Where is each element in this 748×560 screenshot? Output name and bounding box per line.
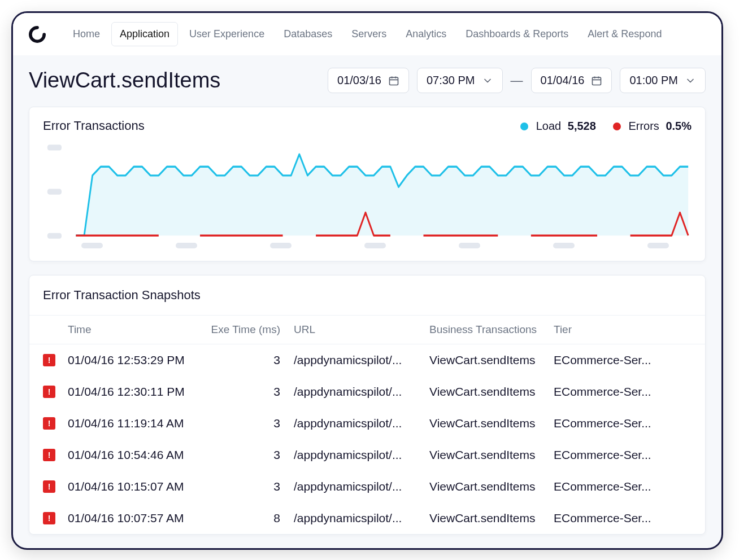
col-bt[interactable]: Business Transactions <box>429 323 554 336</box>
table-row[interactable]: !01/04/16 10:07:57 AM8/appdynamicspilot/… <box>29 502 705 534</box>
error-icon: ! <box>43 417 55 430</box>
cell-bt: ViewCart.sendItems <box>429 417 554 430</box>
cell-url: /appdynamicspilot/... <box>294 353 429 367</box>
legend-load-dot-icon <box>520 123 528 130</box>
cell-bt: ViewCart.sendItems <box>429 385 554 399</box>
legend-errors: Errors 0.5% <box>613 120 692 133</box>
nav-tab-user-experience[interactable]: User Experience <box>181 23 272 46</box>
svg-rect-9 <box>47 189 62 194</box>
cell-time: 01/04/16 11:19:14 AM <box>68 417 209 430</box>
cell-bt: ViewCart.sendItems <box>429 448 554 462</box>
table-row[interactable]: !01/04/16 10:54:46 AM3/appdynamicspilot/… <box>29 439 705 471</box>
cell-tier: ECommerce-Ser... <box>554 480 692 493</box>
page-title: ViewCart.sendItems <box>29 68 220 93</box>
error-transactions-card: Error Transactions Load 5,528 Errors 0.5… <box>29 107 706 261</box>
end-date-picker[interactable]: 01/04/16 <box>531 68 612 93</box>
cell-time: 01/04/16 10:15:07 AM <box>68 480 209 493</box>
cell-time: 01/04/16 12:53:29 PM <box>68 353 209 367</box>
cell-tier: ECommerce-Ser... <box>554 417 692 430</box>
end-date-value: 01/04/16 <box>541 74 585 87</box>
svg-rect-10 <box>47 145 62 150</box>
snapshots-table-header: Time Exe Time (ms) URL Business Transact… <box>29 315 705 344</box>
start-time-picker[interactable]: 07:30 PM <box>417 68 503 93</box>
legend-load-label: Load <box>536 120 562 132</box>
chart-area <box>29 138 705 261</box>
table-row[interactable]: !01/04/16 12:53:29 PM3/appdynamicspilot/… <box>29 344 705 376</box>
snapshots-title: Error Transaction Snapshots <box>43 288 201 303</box>
cell-bt: ViewCart.sendItems <box>429 480 554 493</box>
start-date-picker[interactable]: 01/03/16 <box>328 68 409 93</box>
cell-url: /appdynamicspilot/... <box>294 385 429 399</box>
page-header: ViewCart.sendItems 01/03/16 07:30 PM — 0… <box>29 68 706 93</box>
cell-bt: ViewCart.sendItems <box>429 353 554 367</box>
nav-tab-dashboards-reports[interactable]: Dashboards & Reports <box>458 23 576 46</box>
range-separator: — <box>511 73 523 88</box>
error-icon: ! <box>43 386 55 398</box>
error-icon: ! <box>43 480 55 493</box>
nav-tab-application[interactable]: Application <box>111 22 178 46</box>
svg-rect-4 <box>593 77 601 85</box>
cell-url: /appdynamicspilot/... <box>294 480 429 493</box>
app-frame: HomeApplicationUser ExperienceDatabasesS… <box>11 11 723 550</box>
snapshots-card: Error Transaction Snapshots Time Exe Tim… <box>29 275 706 535</box>
error-icon: ! <box>43 512 55 524</box>
table-row[interactable]: !01/04/16 12:30:11 PM3/appdynamicspilot/… <box>29 376 705 408</box>
calendar-icon <box>388 75 399 86</box>
chevron-down-icon <box>685 75 696 86</box>
cell-time: 01/04/16 12:30:11 PM <box>68 385 209 399</box>
cell-time: 01/04/16 10:07:57 AM <box>68 511 209 525</box>
col-tier[interactable]: Tier <box>554 323 692 336</box>
error-transactions-chart <box>43 143 692 239</box>
cell-bt: ViewCart.sendItems <box>429 511 554 525</box>
col-time[interactable]: Time <box>68 323 209 336</box>
cell-url: /appdynamicspilot/... <box>294 511 429 525</box>
cell-exe: 3 <box>209 353 294 367</box>
svg-rect-8 <box>47 233 62 239</box>
cell-exe: 3 <box>209 385 294 399</box>
cell-url: /appdynamicspilot/... <box>294 448 429 462</box>
chevron-down-icon <box>482 75 493 86</box>
start-time-value: 07:30 PM <box>427 74 475 87</box>
legend-errors-dot-icon <box>613 123 621 130</box>
nav-tab-servers[interactable]: Servers <box>343 23 394 46</box>
legend-load: Load 5,528 <box>520 120 596 133</box>
cell-exe: 3 <box>209 448 294 462</box>
svg-rect-0 <box>389 77 398 85</box>
cell-tier: ECommerce-Ser... <box>554 448 692 462</box>
nav-tab-alert-respond[interactable]: Alert & Respond <box>580 23 669 46</box>
legend-load-value: 5,528 <box>568 120 596 132</box>
legend-errors-label: Errors <box>628 120 659 132</box>
top-navbar: HomeApplicationUser ExperienceDatabasesS… <box>13 13 721 55</box>
nav-tab-home[interactable]: Home <box>65 23 108 46</box>
table-row[interactable]: !01/04/16 10:15:07 AM3/appdynamicspilot/… <box>29 471 705 502</box>
end-time-value: 01:00 PM <box>629 74 678 87</box>
legend-errors-value: 0.5% <box>666 120 692 132</box>
x-axis-placeholder <box>43 239 692 251</box>
col-exe-time[interactable]: Exe Time (ms) <box>209 323 294 336</box>
nav-tab-databases[interactable]: Databases <box>276 23 340 46</box>
chart-card-title: Error Transactions <box>43 119 145 133</box>
cell-exe: 8 <box>209 511 294 525</box>
cell-time: 01/04/16 10:54:46 AM <box>68 448 209 462</box>
table-row[interactable]: !01/04/16 11:19:14 AM3/appdynamicspilot/… <box>29 408 705 439</box>
chart-legend: Load 5,528 Errors 0.5% <box>520 120 692 133</box>
cell-exe: 3 <box>209 417 294 430</box>
error-icon: ! <box>43 449 55 461</box>
cell-url: /appdynamicspilot/... <box>294 417 429 430</box>
appdynamics-logo-icon <box>29 26 46 43</box>
cell-tier: ECommerce-Ser... <box>554 385 692 399</box>
end-time-picker[interactable]: 01:00 PM <box>620 68 706 93</box>
content-area: ViewCart.sendItems 01/03/16 07:30 PM — 0… <box>13 55 721 535</box>
nav-tab-analytics[interactable]: Analytics <box>398 23 454 46</box>
col-url[interactable]: URL <box>294 323 429 336</box>
calendar-icon <box>591 75 602 86</box>
cell-tier: ECommerce-Ser... <box>554 511 692 525</box>
start-date-value: 01/03/16 <box>337 74 381 87</box>
cell-exe: 3 <box>209 480 294 493</box>
error-icon: ! <box>43 354 55 366</box>
cell-tier: ECommerce-Ser... <box>554 353 692 367</box>
